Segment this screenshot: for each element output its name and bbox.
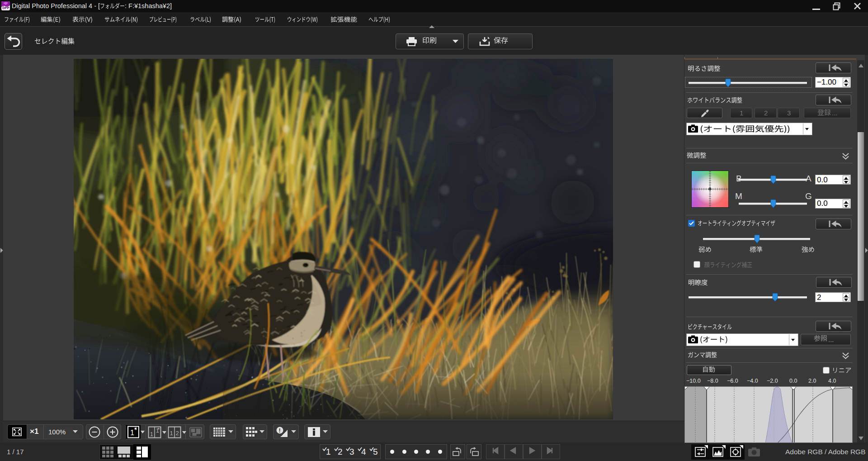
svg-text:DPP: DPP bbox=[2, 6, 9, 10]
svg-text:1: 1 bbox=[150, 431, 153, 437]
svg-text:!: ! bbox=[279, 427, 281, 434]
svg-text:1: 1 bbox=[130, 429, 134, 437]
svg-text:1: 1 bbox=[170, 430, 173, 437]
svg-text:2: 2 bbox=[176, 430, 179, 437]
